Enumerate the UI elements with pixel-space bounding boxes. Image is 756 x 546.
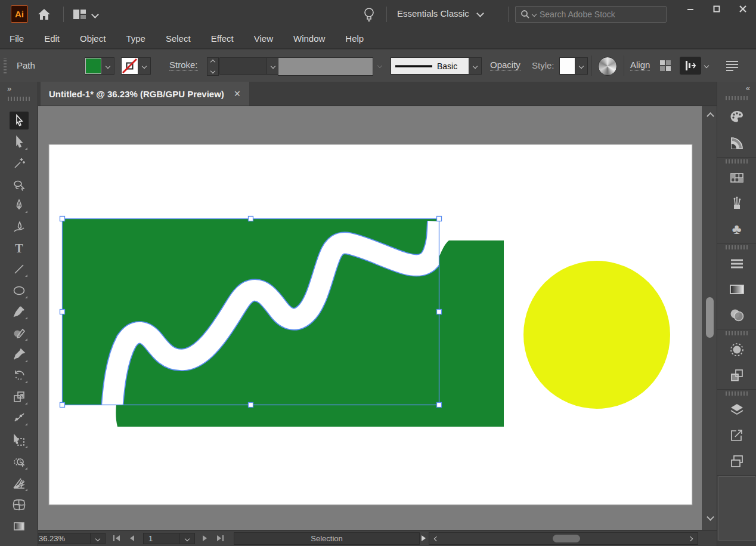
magic-wand-tool[interactable] (10, 154, 29, 172)
control-bar-menu-icon[interactable] (725, 59, 739, 72)
menu-window[interactable]: Window (293, 33, 325, 44)
canvas-vertical-scrollbar[interactable] (702, 106, 717, 530)
panel-symbols[interactable]: ♣ (717, 217, 756, 242)
width-tool[interactable] (10, 409, 29, 427)
panel-artboards[interactable] (717, 449, 756, 474)
handle-bottom-center[interactable] (249, 403, 253, 408)
artboard-number-field[interactable]: 1 (143, 533, 180, 544)
dock-collapse-button[interactable]: « (717, 82, 756, 92)
align-objects-button[interactable] (680, 57, 701, 75)
mesh-tool[interactable] (10, 496, 29, 514)
dock-grip[interactable] (726, 331, 748, 335)
fill-color-control[interactable] (85, 57, 114, 75)
panel-appearance[interactable] (717, 337, 756, 362)
style-swatch[interactable] (560, 58, 575, 74)
free-transform-tool[interactable] (10, 431, 29, 449)
curvature-tool[interactable] (10, 218, 29, 236)
stepper-up-icon[interactable] (210, 60, 215, 64)
stroke-weight-combo[interactable] (219, 57, 280, 75)
style-swatch-control[interactable] (559, 57, 588, 75)
menu-select[interactable]: Select (166, 33, 191, 44)
arrange-documents-chevron-icon[interactable] (91, 11, 99, 18)
style-chevron-icon[interactable] (575, 58, 587, 74)
handle-top-right[interactable] (437, 217, 442, 221)
panel-asset-export[interactable] (717, 423, 756, 448)
search-input[interactable] (538, 9, 642, 20)
ellipse-tool[interactable] (10, 282, 29, 300)
rotate-tool[interactable] (10, 366, 29, 384)
panel-layers[interactable] (717, 397, 756, 422)
menu-effect[interactable]: Effect (211, 33, 234, 44)
zoom-level-field[interactable]: 36.23% (33, 533, 91, 544)
panel-transparency[interactable] (717, 303, 756, 328)
app-icon[interactable]: Ai (11, 5, 28, 23)
eyedropper-tool[interactable] (10, 346, 29, 363)
handle-bottom-left[interactable] (60, 403, 65, 408)
shape-builder-tool[interactable] (10, 453, 29, 471)
fill-swatch[interactable] (85, 58, 101, 74)
home-icon[interactable] (37, 7, 51, 21)
panel-color[interactable] (717, 104, 756, 129)
paintbrush-tool[interactable] (10, 303, 29, 320)
panel-color-guide[interactable] (717, 131, 756, 156)
fill-chevron-icon[interactable] (101, 58, 114, 74)
canvas-pasteboard[interactable] (38, 106, 702, 530)
recolor-artwork-icon[interactable] (598, 57, 617, 76)
panel-stroke[interactable] (717, 251, 756, 276)
handle-bottom-right[interactable] (437, 403, 442, 408)
panel-gradient[interactable] (717, 277, 756, 302)
brush-definition-combo[interactable]: Basic (391, 57, 482, 75)
adobe-stock-search[interactable] (515, 6, 667, 23)
panel-swatches[interactable] (717, 165, 756, 190)
vertical-scroll-thumb[interactable] (706, 297, 714, 338)
stroke-weight-label[interactable]: Stroke: (169, 60, 198, 71)
first-artboard-button[interactable] (113, 535, 120, 541)
align-options-chevron-icon[interactable] (704, 63, 709, 68)
last-artboard-button[interactable] (217, 535, 224, 541)
stroke-chevron-icon[interactable] (138, 58, 150, 74)
yellow-circle-shape[interactable] (523, 261, 670, 409)
stroke-color-control[interactable] (121, 57, 151, 75)
panel-brushes[interactable] (717, 191, 756, 216)
handle-top-left[interactable] (60, 217, 65, 221)
stroke-weight-chevron-icon[interactable] (267, 58, 279, 74)
align-label[interactable]: Align (630, 60, 650, 71)
status-indicator-field[interactable]: Selection (234, 532, 420, 545)
line-segment-tool[interactable] (10, 260, 29, 278)
artboard-chevron[interactable] (179, 533, 195, 544)
scroll-up-icon[interactable] (707, 112, 714, 120)
align-grid-icon[interactable] (658, 58, 673, 73)
arrange-documents-icon[interactable] (73, 8, 87, 20)
stroke-weight-stepper[interactable] (207, 57, 219, 76)
menu-file[interactable]: File (10, 33, 24, 44)
direct-selection-tool[interactable] (10, 133, 29, 151)
shaper-tool[interactable] (10, 324, 29, 342)
handle-middle-left[interactable] (60, 310, 65, 314)
gradient-tool[interactable] (10, 517, 29, 535)
next-artboard-button[interactable] (203, 535, 207, 541)
menu-edit[interactable]: Edit (44, 33, 60, 44)
tools-expand-button[interactable]: » (0, 82, 38, 93)
scale-tool[interactable] (10, 388, 29, 406)
tab-close-icon[interactable]: ✕ (234, 89, 241, 98)
close-button[interactable] (730, 0, 756, 18)
dock-grip[interactable] (726, 159, 748, 164)
scroll-down-icon[interactable] (707, 513, 714, 521)
menu-view[interactable]: View (254, 33, 273, 44)
pen-tool[interactable] (10, 196, 29, 214)
zoom-level-chevron[interactable] (90, 533, 106, 544)
canvas-horizontal-scrollbar[interactable] (429, 532, 698, 545)
selection-tool[interactable] (10, 112, 29, 129)
stepper-down-icon[interactable] (210, 69, 215, 73)
brush-chevron-icon[interactable] (469, 58, 481, 74)
stroke-weight-value[interactable] (220, 58, 267, 74)
dock-grip[interactable] (726, 391, 748, 396)
dock-grip[interactable] (726, 96, 748, 100)
scroll-left-icon[interactable] (434, 536, 439, 541)
minimize-button[interactable] (677, 0, 704, 18)
document-tab[interactable]: Untitled-1* @ 36.23% (RGB/GPU Preview) ✕ (41, 82, 249, 106)
horizontal-scroll-thumb[interactable] (553, 535, 580, 542)
panel-graphic-styles[interactable] (717, 363, 756, 388)
status-expand-button[interactable] (422, 535, 426, 541)
dock-grip[interactable] (726, 245, 748, 249)
